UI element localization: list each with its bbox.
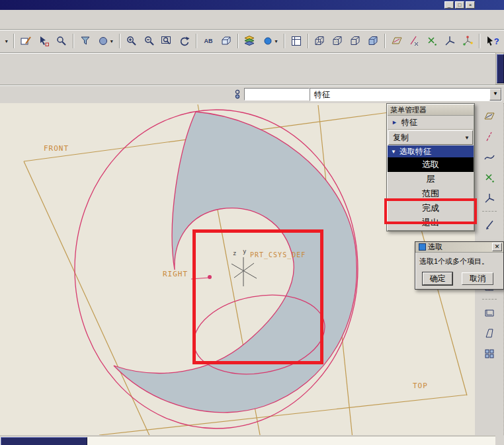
toolbar-separator (73, 34, 74, 48)
zoom-fit-icon[interactable] (158, 32, 175, 50)
window-controls: _ □ × (444, 1, 475, 9)
sketch-edit-glyph (20, 35, 32, 47)
hidden-line-glyph (331, 35, 343, 47)
layers-icon[interactable] (241, 32, 259, 50)
overflow-chevron-icon: ▾ (5, 38, 8, 44)
restore-button[interactable]: □ (455, 1, 464, 9)
dialog-icon (419, 243, 426, 251)
annotation-box-canvas (192, 229, 323, 364)
toolbar-overflow-icon[interactable]: ▾ (1, 32, 11, 50)
menu-header-feature[interactable]: ► 特征 (388, 116, 474, 130)
feature-type-combo[interactable]: 特征 ▼ (310, 88, 502, 101)
cancel-button[interactable]: 取消 (462, 272, 493, 285)
top-plane-label: TOP (413, 382, 428, 390)
feature-type-value: 特征 (310, 89, 489, 101)
datum-axis-tool-icon[interactable] (480, 128, 499, 145)
expand-arrow-icon: ▼ (391, 149, 396, 155)
pattern-tool-glyph (483, 348, 495, 360)
datum-csys-display-icon[interactable] (441, 32, 458, 50)
dropdown-chevron-icon: ▾ (110, 38, 113, 44)
menu-manager-title: 菜单管理器 (388, 104, 474, 116)
view-filter-icon[interactable] (77, 32, 94, 50)
toolbar-separator (284, 34, 285, 48)
toolbar-separator (384, 34, 386, 48)
render-sphere-glyph (98, 35, 110, 47)
datum-point-tool-icon[interactable] (480, 169, 499, 186)
draft-tool-icon[interactable] (480, 324, 499, 342)
zoom-in-glyph (126, 35, 138, 47)
view-filter-glyph (79, 35, 91, 47)
zoom-out-icon[interactable] (141, 32, 158, 50)
view-manager-icon[interactable]: ▾ (259, 32, 280, 50)
status-field[interactable] (244, 88, 310, 101)
repaint-icon[interactable] (176, 32, 193, 50)
datum-axis-display-icon[interactable] (405, 32, 423, 50)
annotation-box-done (384, 198, 477, 224)
help-question-glyph: ? (494, 36, 499, 46)
selection-filter-icon[interactable] (231, 87, 243, 101)
select-dialog: 选取 ✕ 选取1个或多个项目。 确定 取消 (415, 241, 504, 290)
model-tree-glyph (290, 35, 302, 47)
hidden-line-display-icon[interactable] (329, 32, 346, 50)
menu-section-select-feat[interactable]: ▼ 选取特征 (388, 145, 474, 157)
right-plane-label: RIGHT (163, 270, 188, 278)
dialog-close-icon[interactable]: ✕ (492, 243, 502, 251)
datum-plane-display-icon[interactable] (388, 32, 405, 50)
model-tree-icon[interactable] (288, 32, 305, 50)
vertical-scroll-thumb[interactable] (497, 54, 504, 83)
menu-section-label: 选取特征 (399, 146, 431, 157)
menu-item-copy[interactable]: 复制 ▼ (388, 130, 473, 145)
datum-point-display-icon[interactable] (423, 32, 441, 50)
datum-csys-tool-glyph (483, 192, 495, 204)
toolbar-separator (237, 34, 239, 48)
find-icon[interactable] (53, 32, 70, 50)
menu-feature-label: 特征 (401, 117, 417, 128)
zoom-fit-glyph (161, 35, 173, 47)
shaded-display-icon[interactable] (364, 32, 382, 50)
main-toolbar: ▾ ▾ AB ▾ ? (0, 31, 504, 51)
horizontal-scroll-thumb[interactable] (1, 437, 87, 445)
toolbar-separator (479, 34, 480, 48)
datum-plane-tool-glyph (483, 110, 495, 122)
render-style-icon[interactable]: ▾ (94, 32, 116, 50)
shaded-glyph (367, 35, 379, 47)
smart-select-icon[interactable] (35, 32, 52, 50)
find-glyph (56, 35, 67, 47)
named-views-icon[interactable]: AB (200, 32, 217, 50)
sketch-edit-icon[interactable] (17, 32, 34, 50)
select-dialog-title: 选取 (428, 242, 492, 252)
pattern-tool-icon[interactable] (480, 344, 499, 362)
wireframe-glyph (314, 35, 325, 47)
select-dialog-titlebar[interactable]: 选取 ✕ (415, 242, 503, 253)
horizontal-scrollbar[interactable] (0, 436, 504, 445)
combo-dropdown-icon[interactable]: ▼ (489, 89, 501, 101)
zoom-in-icon[interactable] (123, 32, 140, 50)
feature-bar: 特征 ▼ (0, 86, 504, 102)
dropdown-chevron-icon: ▾ (275, 38, 278, 44)
datum-plane-tool-icon[interactable] (480, 107, 499, 125)
vertical-scrollbar[interactable] (495, 52, 504, 85)
spin-center-glyph (462, 35, 474, 47)
close-button[interactable]: × (466, 1, 475, 9)
minimize-button[interactable]: _ (444, 1, 454, 9)
ab-label: AB (204, 38, 212, 44)
divider (0, 52, 504, 54)
menu-item-select[interactable]: 选取 (388, 157, 474, 172)
toolbar-separator (13, 34, 15, 48)
dropdown-chevron-icon: ▼ (464, 135, 472, 141)
ok-button[interactable]: 确定 (423, 272, 452, 285)
wireframe-display-icon[interactable] (312, 32, 329, 50)
draft-tool-glyph (483, 327, 495, 339)
datum-csys-tool-icon[interactable] (480, 189, 499, 207)
context-help-icon[interactable]: ? (483, 32, 503, 50)
datum-axis-tool-glyph (483, 131, 495, 143)
menu-item-layer[interactable]: 层 (388, 172, 474, 186)
no-hidden-display-icon[interactable] (347, 32, 364, 50)
sketch-tool-icon[interactable] (480, 216, 499, 233)
window-titlebar[interactable]: _ □ × (0, 0, 504, 10)
saved-views-icon[interactable] (218, 32, 235, 50)
spin-center-icon[interactable] (459, 32, 476, 50)
shell-tool-icon[interactable] (480, 303, 499, 321)
divider (0, 29, 504, 30)
datum-curve-tool-icon[interactable] (480, 148, 499, 166)
